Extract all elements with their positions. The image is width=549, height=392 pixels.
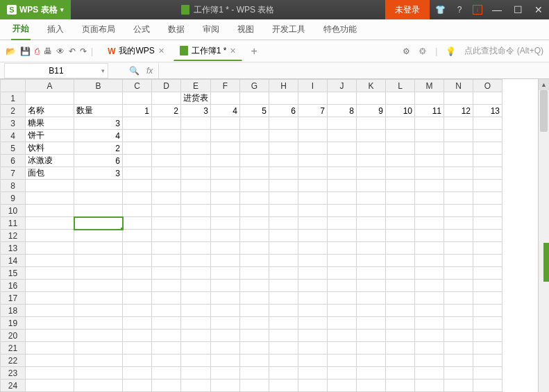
cell-D12[interactable] bbox=[152, 230, 181, 242]
cell-E6[interactable] bbox=[181, 155, 211, 167]
cell-L22[interactable] bbox=[386, 355, 415, 367]
cell-E17[interactable] bbox=[181, 292, 211, 305]
new-tab-button[interactable]: + bbox=[245, 45, 262, 58]
tab-special[interactable]: 特色功能 bbox=[322, 19, 358, 40]
cell-D10[interactable] bbox=[152, 205, 181, 217]
cell-J4[interactable] bbox=[328, 130, 357, 142]
cell-E15[interactable] bbox=[181, 267, 211, 280]
cell-E20[interactable] bbox=[181, 330, 211, 342]
cell-N22[interactable] bbox=[444, 355, 473, 367]
cell-A15[interactable] bbox=[26, 267, 74, 280]
cell-M6[interactable] bbox=[415, 155, 444, 167]
cell-L2[interactable]: 10 bbox=[386, 105, 415, 117]
cell-L14[interactable] bbox=[386, 255, 415, 267]
cell-F22[interactable] bbox=[211, 355, 240, 367]
cell-F21[interactable] bbox=[211, 342, 240, 355]
fx-icon[interactable]: fx bbox=[146, 66, 153, 76]
row-header-10[interactable]: 10 bbox=[1, 205, 26, 217]
cell-J19[interactable] bbox=[328, 317, 357, 330]
cell-J10[interactable] bbox=[328, 205, 357, 217]
cell-M12[interactable] bbox=[415, 230, 444, 242]
cell-C21[interactable] bbox=[123, 342, 152, 355]
cell-L4[interactable] bbox=[386, 130, 415, 142]
cell-D21[interactable] bbox=[152, 342, 181, 355]
cell-M16[interactable] bbox=[415, 280, 444, 292]
cell-H11[interactable] bbox=[269, 217, 298, 230]
cell-F10[interactable] bbox=[211, 205, 240, 217]
cell-L7[interactable] bbox=[386, 167, 415, 180]
cell-B18[interactable] bbox=[74, 305, 123, 317]
cell-O14[interactable] bbox=[473, 255, 502, 267]
col-header-O[interactable]: O bbox=[473, 80, 502, 92]
cell-J9[interactable] bbox=[328, 192, 357, 205]
cell-J23[interactable] bbox=[328, 367, 357, 380]
row-header-12[interactable]: 12 bbox=[1, 230, 26, 242]
cell-K15[interactable] bbox=[357, 267, 386, 280]
cell-G22[interactable] bbox=[240, 355, 269, 367]
cell-C15[interactable] bbox=[123, 267, 152, 280]
row-header-15[interactable]: 15 bbox=[1, 267, 26, 280]
cell-D9[interactable] bbox=[152, 192, 181, 205]
cell-C10[interactable] bbox=[123, 205, 152, 217]
cell-F2[interactable]: 4 bbox=[211, 105, 240, 117]
cell-O10[interactable] bbox=[473, 205, 502, 217]
cell-I23[interactable] bbox=[298, 367, 328, 380]
cell-G24[interactable] bbox=[240, 380, 269, 392]
cell-G15[interactable] bbox=[240, 267, 269, 280]
col-header-H[interactable]: H bbox=[269, 80, 298, 92]
cell-B1[interactable] bbox=[74, 92, 123, 105]
cell-K16[interactable] bbox=[357, 280, 386, 292]
cell-G11[interactable] bbox=[240, 217, 269, 230]
cell-O21[interactable] bbox=[473, 342, 502, 355]
cell-K13[interactable] bbox=[357, 242, 386, 255]
cell-B14[interactable] bbox=[74, 255, 123, 267]
cell-I2[interactable]: 7 bbox=[298, 105, 328, 117]
col-header-A[interactable]: A bbox=[26, 80, 74, 92]
app-menu-button[interactable]: S WPS 表格 ▾ bbox=[0, 0, 71, 19]
col-header-J[interactable]: J bbox=[328, 80, 357, 92]
close-button[interactable]: ✕ bbox=[528, 0, 549, 19]
cell-K20[interactable] bbox=[357, 330, 386, 342]
cell-F4[interactable] bbox=[211, 130, 240, 142]
minimize-button[interactable]: — bbox=[487, 0, 507, 19]
cell-F8[interactable] bbox=[211, 180, 240, 192]
row-header-17[interactable]: 17 bbox=[1, 292, 26, 305]
cell-F19[interactable] bbox=[211, 317, 240, 330]
cell-D1[interactable] bbox=[152, 92, 181, 105]
row-header-13[interactable]: 13 bbox=[1, 242, 26, 255]
cell-K1[interactable] bbox=[357, 92, 386, 105]
cell-K12[interactable] bbox=[357, 230, 386, 242]
cell-A23[interactable] bbox=[26, 367, 74, 380]
cell-C14[interactable] bbox=[123, 255, 152, 267]
export-pdf-icon[interactable]: ⎙ bbox=[35, 46, 40, 56]
col-header-N[interactable]: N bbox=[444, 80, 473, 92]
cell-N20[interactable] bbox=[444, 330, 473, 342]
cell-H4[interactable] bbox=[269, 130, 298, 142]
cell-E7[interactable] bbox=[181, 167, 211, 180]
tab-start[interactable]: 开始 bbox=[11, 19, 31, 40]
cell-J3[interactable] bbox=[328, 117, 357, 130]
cell-F17[interactable] bbox=[211, 292, 240, 305]
cell-M18[interactable] bbox=[415, 305, 444, 317]
cell-N12[interactable] bbox=[444, 230, 473, 242]
cell-I17[interactable] bbox=[298, 292, 328, 305]
cell-N14[interactable] bbox=[444, 255, 473, 267]
col-header-E[interactable]: E bbox=[181, 80, 211, 92]
login-button[interactable]: 未登录 bbox=[385, 0, 430, 19]
cell-E19[interactable] bbox=[181, 317, 211, 330]
tab-layout[interactable]: 页面布局 bbox=[81, 19, 117, 40]
cell-E1[interactable]: 进货表 bbox=[181, 92, 211, 105]
cell-M1[interactable] bbox=[415, 92, 444, 105]
cell-O6[interactable] bbox=[473, 155, 502, 167]
cell-A20[interactable] bbox=[26, 330, 74, 342]
cell-A5[interactable]: 饮料 bbox=[26, 142, 74, 155]
cell-B15[interactable] bbox=[74, 267, 123, 280]
row-header-3[interactable]: 3 bbox=[1, 117, 26, 130]
cell-F9[interactable] bbox=[211, 192, 240, 205]
cell-B7[interactable]: 3 bbox=[74, 167, 123, 180]
cell-N7[interactable] bbox=[444, 167, 473, 180]
cell-M17[interactable] bbox=[415, 292, 444, 305]
cell-A14[interactable] bbox=[26, 255, 74, 267]
cell-J18[interactable] bbox=[328, 305, 357, 317]
row-header-18[interactable]: 18 bbox=[1, 305, 26, 317]
